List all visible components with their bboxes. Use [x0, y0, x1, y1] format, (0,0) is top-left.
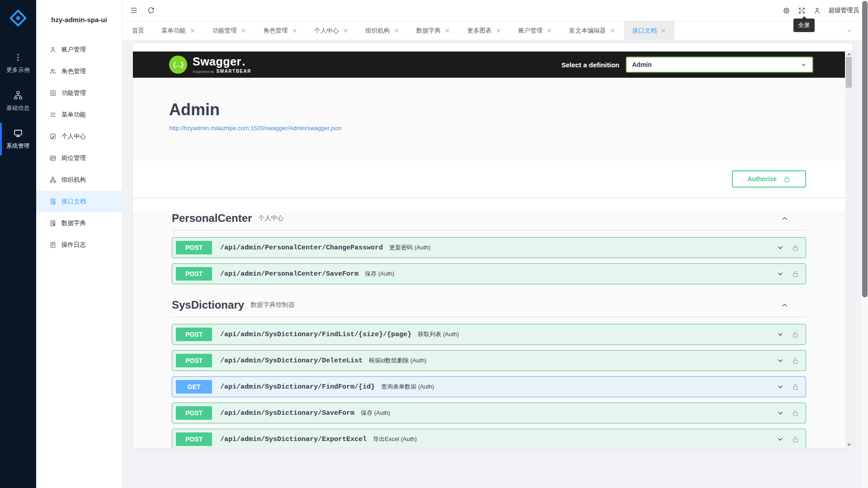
sidebar-item[interactable]: 菜单功能 [36, 104, 122, 126]
tab[interactable]: 菜单功能 ✕ [153, 21, 204, 40]
tab-bar: 首页 菜单功能 ✕ 功能管理 ✕ 角色管理 ✕ 个人中心 ✕ 组织机构 ✕ 数据… [123, 21, 868, 40]
rail-item[interactable]: 系统管理 [0, 120, 36, 158]
endpoint-row[interactable]: POST /api/admin/SysDictionary/DeleteList… [172, 350, 806, 371]
username[interactable]: 超级管理员 [829, 6, 859, 14]
tab-label: 功能管理 [212, 27, 237, 35]
close-tab-icon[interactable]: ✕ [343, 28, 348, 34]
section-divider [172, 317, 806, 317]
sidebar-item[interactable]: 角色管理 [36, 61, 122, 82]
lock-open-icon[interactable] [792, 357, 799, 365]
spec-url-link[interactable]: http://hzyadmin.milaizhijie.com:1520/swa… [169, 125, 342, 131]
endpoint-row[interactable]: GET /api/admin/SysDictionary/FindForm/{i… [172, 376, 806, 397]
endpoint-row[interactable]: POST /api/admin/SysDictionary/ExportExce… [172, 429, 806, 448]
tab[interactable]: 个人中心 ✕ [306, 21, 357, 40]
endpoint-row[interactable]: POST /api/admin/PersonalCenter/SaveForm … [172, 263, 806, 284]
endpoint-row[interactable]: POST /api/admin/SysDictionary/SaveForm 保… [172, 403, 806, 423]
sidebar-item[interactable]: 操作日志 [36, 234, 122, 256]
rail-item[interactable]: 基础信息 [0, 82, 36, 120]
tab[interactable]: 功能管理 ✕ [204, 21, 255, 40]
page-scrollbar[interactable] [862, 0, 868, 488]
chevron-down-icon[interactable] [776, 383, 784, 391]
select-caret-icon [800, 61, 807, 68]
tab[interactable]: 首页 [123, 21, 153, 40]
section-header[interactable]: SysDictionary 数据字典控制器 [172, 299, 806, 311]
tab[interactable]: 角色管理 ✕ [255, 21, 306, 40]
scroll-down-arrow[interactable] [847, 444, 851, 446]
monitor-icon [13, 128, 23, 138]
tab-label: 组织机构 [365, 27, 390, 35]
sidebar-item[interactable]: 个人中心 [36, 126, 122, 147]
sliders-icon [49, 89, 57, 97]
chevron-down-icon[interactable] [776, 435, 784, 443]
close-tab-icon[interactable]: ✕ [241, 28, 246, 34]
close-tab-icon[interactable]: ✕ [190, 28, 195, 34]
lock-open-icon[interactable] [792, 244, 799, 252]
sidebar-item[interactable]: 功能管理 [36, 82, 122, 104]
endpoint-row[interactable]: POST /api/admin/SysDictionary/FindList/{… [172, 324, 806, 345]
chevron-down-icon[interactable] [776, 409, 784, 417]
close-tab-icon[interactable]: ✕ [610, 28, 615, 34]
scrollbar-thumb[interactable] [846, 57, 852, 88]
fullscreen-icon[interactable] [798, 7, 806, 14]
app-logo[interactable] [0, 0, 36, 36]
chevron-up-icon[interactable] [780, 301, 789, 310]
chevron-up-icon[interactable] [780, 214, 789, 223]
swagger-scrollbar[interactable] [845, 51, 853, 448]
chevron-down-icon[interactable] [776, 244, 784, 252]
sidebar-item[interactable]: 岗位管理 [36, 147, 122, 169]
close-tab-icon[interactable]: ✕ [495, 28, 501, 34]
tab[interactable]: 更多图表 ✕ [458, 21, 509, 40]
authorize-button[interactable]: Authorize [732, 170, 806, 188]
section-header[interactable]: PersonalCenter 个人中心 [172, 212, 806, 225]
sidebar-menu: 账户管理 角色管理 功能管理 菜单功能 个人中心 岗位管理 组织机构 接口文档 … [36, 39, 122, 256]
sidebar-item[interactable]: 账户管理 [36, 39, 122, 61]
edit-icon [49, 133, 57, 140]
tab[interactable]: 账户管理 ✕ [509, 21, 561, 40]
refresh-icon[interactable] [147, 6, 155, 14]
tab-overflow-chevron-icon[interactable] [846, 21, 853, 40]
section-divider [172, 230, 806, 230]
swagger-logo[interactable]: {…} Swagger Supported by SMARTBEAR [169, 56, 251, 74]
tab[interactable]: 组织机构 ✕ [357, 21, 408, 40]
gear-icon[interactable] [783, 7, 790, 14]
fold-sidebar-icon[interactable] [130, 6, 138, 14]
lock-open-icon[interactable] [792, 409, 799, 417]
close-tab-icon[interactable]: ✕ [445, 28, 450, 34]
swagger-brand-name: Swagger [193, 56, 251, 67]
chevron-down-icon[interactable] [776, 330, 784, 338]
close-tab-icon[interactable]: ✕ [547, 28, 552, 34]
scheme-container: Authorize [133, 160, 845, 197]
endpoint-summary: 更新密码 (Auth) [389, 244, 430, 252]
lock-open-icon[interactable] [792, 270, 799, 278]
close-tab-icon[interactable]: ✕ [661, 28, 666, 34]
tab-label: 接口文档 [632, 27, 657, 35]
page-scrollbar-thumb[interactable] [862, 1, 868, 297]
tab[interactable]: 富文本编辑器 ✕ [561, 21, 624, 40]
close-tab-icon[interactable]: ✕ [394, 28, 399, 34]
tab[interactable]: 接口文档 ✕ [624, 21, 675, 40]
sidebar-item[interactable]: 数据字典 [36, 212, 122, 234]
content-area: {…} Swagger Supported by SMARTBEAR Selec… [123, 40, 868, 488]
sidebar-item-label: 数据字典 [61, 219, 86, 227]
lock-open-icon[interactable] [792, 436, 799, 443]
endpoint-summary: 保存 (Auth) [361, 409, 390, 417]
fullscreen-tooltip: 全屏 [793, 19, 815, 32]
sidebar-item[interactable]: 接口文档 [36, 191, 122, 212]
scroll-up-arrow[interactable] [847, 53, 851, 55]
tooltip-arrow [802, 16, 807, 19]
tab-label: 角色管理 [263, 27, 288, 35]
tab[interactable]: 数据字典 ✕ [408, 21, 459, 40]
chevron-down-icon[interactable] [776, 270, 784, 278]
users-icon [49, 68, 57, 75]
close-tab-icon[interactable]: ✕ [292, 28, 297, 34]
chevron-down-icon[interactable] [776, 357, 784, 365]
user-avatar-icon[interactable] [813, 7, 821, 14]
rail-item[interactable]: 更多示例 [0, 44, 36, 82]
definition-select[interactable]: Admin [626, 56, 813, 73]
lock-open-icon[interactable] [792, 331, 799, 338]
sidebar-item[interactable]: 组织机构 [36, 169, 122, 191]
endpoint-summary: 获取列表 (Auth) [418, 330, 459, 338]
endpoint-row[interactable]: POST /api/admin/PersonalCenter/ChangePas… [172, 237, 806, 258]
method-badge: POST [176, 354, 212, 367]
lock-open-icon[interactable] [792, 383, 799, 391]
